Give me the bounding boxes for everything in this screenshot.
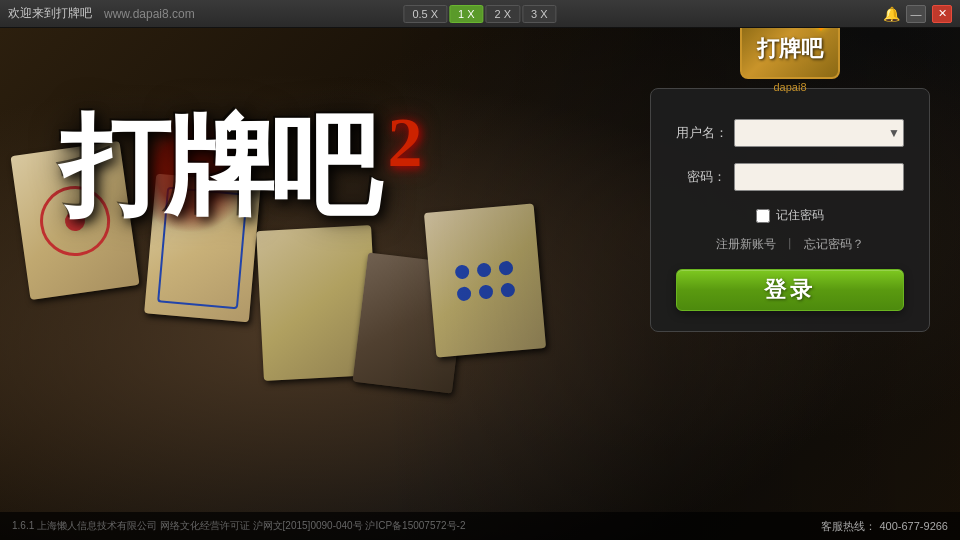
close-button[interactable]: ✕: [932, 5, 952, 23]
dapai-sublabel: dapai8: [773, 81, 806, 93]
game-title-number: 2: [388, 104, 418, 181]
links-divider: 丨: [784, 236, 796, 253]
username-input-wrap: ▼: [734, 119, 904, 147]
hotline-number: 400-677-9266: [879, 520, 948, 532]
links-row: 注册新账号 丨 忘记密码？: [676, 236, 904, 253]
mascot-title-text: 打牌吧: [757, 34, 823, 64]
password-input-wrap: [734, 163, 904, 191]
scale-2x[interactable]: 2 X: [486, 5, 521, 23]
welcome-text: 欢迎来到打牌吧: [8, 5, 92, 22]
password-input[interactable]: [734, 163, 904, 191]
titlebar: 欢迎来到打牌吧 www.dapai8.com 0.5 X 1 X 2 X 3 X…: [0, 0, 960, 28]
forgot-password-link[interactable]: 忘记密码？: [804, 236, 864, 253]
mascot-logo: 打牌吧: [740, 28, 840, 79]
register-link[interactable]: 注册新账号: [716, 236, 776, 253]
login-panel: 打牌吧 dapai8 用户名： ▼ 密码：: [650, 88, 930, 332]
hotline-label: 客服热线：: [821, 520, 876, 532]
mascot-area: 打牌吧 dapai8: [730, 28, 850, 99]
diamond-decoration: [811, 28, 831, 31]
url-text: www.dapai8.com: [104, 7, 195, 21]
scale-controls: 0.5 X 1 X 2 X 3 X: [403, 5, 556, 23]
remember-label: 记住密码: [776, 207, 824, 224]
scale-0.5x[interactable]: 0.5 X: [403, 5, 447, 23]
bell-icon[interactable]: 🔔: [883, 6, 900, 22]
password-label: 密码：: [676, 168, 726, 186]
username-input[interactable]: [734, 119, 904, 147]
login-form: 用户名： ▼ 密码： 记住密码 注册新账号 丨: [651, 89, 929, 331]
password-row: 密码：: [676, 163, 904, 191]
minimize-button[interactable]: —: [906, 5, 926, 23]
username-row: 用户名： ▼: [676, 119, 904, 147]
hotline: 客服热线： 400-677-9266: [821, 519, 948, 534]
tile-5: [424, 203, 546, 357]
scale-3x[interactable]: 3 X: [522, 5, 557, 23]
username-label: 用户名：: [676, 124, 726, 142]
footer-info: 1.6.1 上海懒人信息技术有限公司 网络文化经营许可证 沪网文[2015]00…: [12, 519, 465, 533]
remember-checkbox[interactable]: [756, 209, 770, 223]
background: 打牌吧 2 打牌吧 dapai8 用户名： ▼ 密码：: [0, 28, 960, 540]
titlebar-right: 🔔 — ✕: [883, 5, 960, 23]
remember-row: 记住密码: [676, 207, 904, 224]
bottom-bar: 1.6.1 上海懒人信息技术有限公司 网络文化经营许可证 沪网文[2015]00…: [0, 512, 960, 540]
game-title: 打牌吧 2: [60, 108, 418, 222]
scale-1x[interactable]: 1 X: [449, 5, 484, 23]
game-title-text: 打牌吧: [60, 106, 375, 228]
login-button[interactable]: 登录: [676, 269, 904, 311]
